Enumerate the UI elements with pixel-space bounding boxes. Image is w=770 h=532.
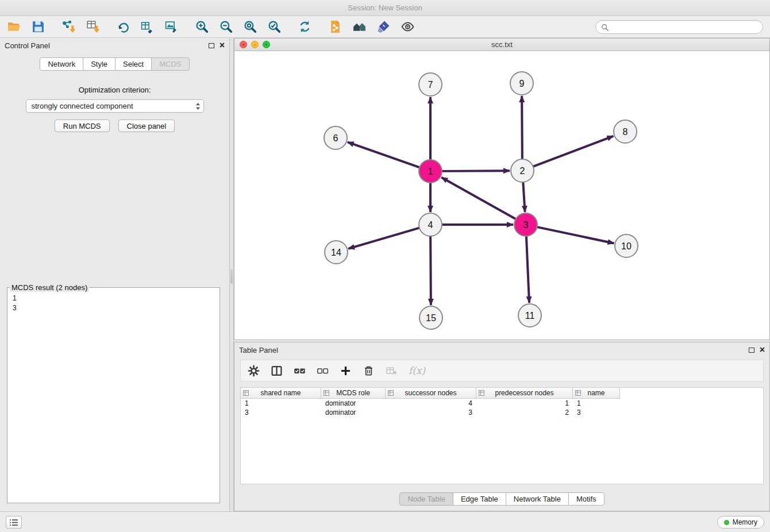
edge-1-2[interactable]: [442, 171, 510, 171]
import-group: [58, 18, 103, 36]
delete-column-button[interactable]: [363, 362, 375, 379]
task-history-button[interactable]: [6, 516, 22, 529]
select-all-button[interactable]: [294, 362, 306, 379]
zoom-selected-icon: [267, 20, 282, 34]
control-panel-tab-style[interactable]: Style: [83, 57, 116, 71]
control-panel-tab-network[interactable]: Network: [40, 57, 83, 71]
column-label: predecessor nodes: [495, 389, 553, 397]
import-network-icon: [61, 20, 76, 34]
table-settings-button[interactable]: [248, 362, 260, 379]
float-table-panel-icon[interactable]: [749, 348, 754, 353]
zoom-fit-icon: [243, 20, 257, 34]
table-panel-header: Table Panel ×: [234, 342, 769, 357]
save-floppy-icon: [31, 20, 45, 34]
flat-table-icon: [479, 390, 484, 396]
zoom-in-button[interactable]: [191, 18, 213, 36]
zoom-fit-button[interactable]: [240, 18, 261, 36]
criterion-dropdown-value: strongly connected component: [32, 102, 133, 110]
zoom-in-icon: [195, 20, 209, 34]
search-input[interactable]: [612, 23, 757, 32]
create-column-button[interactable]: [340, 362, 352, 379]
network-graph: 7968124314101511: [234, 51, 769, 340]
close-window-button[interactable]: ×: [240, 41, 247, 48]
export-image-icon: [164, 20, 179, 34]
edge-1-6[interactable]: [348, 142, 419, 167]
zoom-window-button[interactable]: +: [263, 41, 270, 48]
zoom-selected-button[interactable]: [264, 18, 285, 36]
edge-4-15[interactable]: [430, 236, 431, 305]
open-session-button[interactable]: [3, 18, 25, 36]
search-icon: [601, 24, 609, 31]
splitter-grip[interactable]: [230, 269, 233, 284]
table-header-row: shared nameMCDS rolesuccessor nodesprede…: [241, 388, 763, 399]
refresh-icon: [298, 20, 312, 34]
control-panel-tab-select[interactable]: Select: [115, 57, 152, 71]
table-tab-network-table[interactable]: Network Table: [506, 492, 569, 506]
column-header-mcds-role[interactable]: MCDS role: [321, 388, 386, 399]
main-toolbar: [0, 16, 770, 38]
table-tab-edge-table[interactable]: Edge Table: [453, 492, 506, 506]
zoom-out-button[interactable]: [215, 18, 237, 36]
edge-2-9[interactable]: [522, 96, 522, 159]
trash-icon: [363, 365, 375, 377]
zoom-out-icon: [219, 20, 233, 34]
table-tab-node-table[interactable]: Node Table: [399, 492, 453, 506]
flat-table-icon: [575, 390, 581, 396]
table-tab-motifs[interactable]: Motifs: [568, 492, 605, 506]
control-panel-tab-mcds[interactable]: MCDS: [151, 57, 189, 71]
annotation-style-button[interactable]: [373, 18, 394, 36]
deselect-all-button[interactable]: [317, 362, 329, 379]
delete-table-button[interactable]: [386, 362, 398, 379]
column-header-name[interactable]: name: [573, 388, 620, 399]
panel-splitter[interactable]: [230, 38, 234, 511]
column-header-successor-nodes[interactable]: successor nodes: [386, 388, 476, 399]
import-table-button[interactable]: [82, 18, 103, 36]
new-network-from-selection-button[interactable]: [325, 18, 346, 36]
function-builder-button[interactable]: f(x): [409, 362, 425, 379]
edge-2-3[interactable]: [523, 182, 525, 212]
export-image-button[interactable]: [161, 18, 182, 36]
node-label: 15: [426, 313, 436, 323]
edge-4-14[interactable]: [348, 228, 419, 249]
apply-layout-button[interactable]: [294, 18, 315, 36]
control-panel-tabs: NetworkStyleSelectMCDS: [0, 57, 229, 71]
edge-3-1[interactable]: [441, 178, 515, 219]
memory-button[interactable]: Memory: [717, 516, 764, 529]
edge-2-8[interactable]: [533, 136, 614, 167]
criterion-dropdown[interactable]: strongly connected component: [26, 99, 204, 113]
paint-label-icon: [376, 20, 391, 34]
table-panel-tabs: Node TableEdge TableNetwork TableMotifs: [234, 492, 769, 506]
column-header-shared-name[interactable]: shared name: [241, 388, 321, 399]
node-label: 3: [523, 220, 529, 230]
table-cell: 1: [241, 399, 321, 408]
table-row[interactable]: 1dominator411: [241, 399, 763, 408]
node-label: 1: [428, 167, 433, 176]
save-session-button[interactable]: [28, 18, 49, 36]
minimize-window-button[interactable]: −: [251, 41, 259, 48]
float-panel-icon[interactable]: [209, 43, 214, 48]
houses-icon: [352, 20, 367, 34]
edge-3-10[interactable]: [537, 227, 614, 243]
import-table-icon: [86, 20, 100, 34]
flat-table-icon: [243, 390, 249, 396]
node-label: 2: [520, 166, 525, 176]
close-panel-button[interactable]: Close panel: [118, 119, 175, 132]
node-label: 14: [331, 248, 341, 257]
node-label: 11: [525, 311, 535, 321]
export-network-button[interactable]: [113, 18, 134, 36]
table-panel: Table Panel ×: [234, 342, 770, 511]
table-row[interactable]: 3dominator323: [241, 408, 763, 417]
table-body: 1dominator4113dominator323: [241, 399, 763, 417]
network-overview-button[interactable]: [349, 18, 370, 36]
column-header-predecessor-nodes[interactable]: predecessor nodes: [476, 388, 573, 399]
run-mcds-button[interactable]: Run MCDS: [55, 119, 110, 132]
close-table-panel-icon[interactable]: ×: [760, 346, 765, 354]
import-network-button[interactable]: [58, 18, 79, 36]
edge-3-11[interactable]: [526, 236, 529, 303]
network-view-window: × − + scc.txt 7968124314101511: [234, 38, 770, 340]
graphics-details-button[interactable]: [397, 18, 418, 36]
network-canvas[interactable]: 7968124314101511: [234, 51, 769, 340]
export-table-button[interactable]: [137, 18, 158, 36]
close-panel-icon[interactable]: ×: [220, 41, 225, 49]
show-columns-button[interactable]: [271, 362, 283, 379]
